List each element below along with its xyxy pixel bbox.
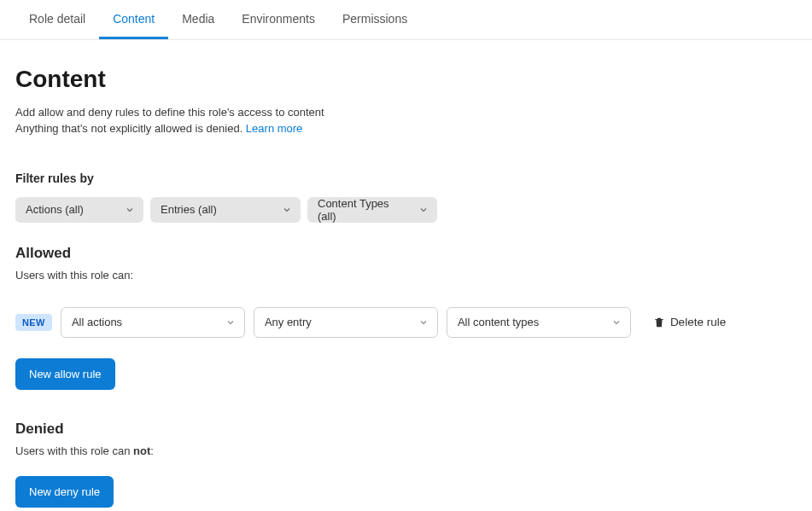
tab-media[interactable]: Media [168, 0, 228, 39]
trash-icon [653, 316, 665, 328]
rule-entry-select[interactable]: Any entry [254, 307, 438, 338]
learn-more-link[interactable]: Learn more [246, 122, 302, 135]
rule-entry-value: Any entry [265, 316, 312, 328]
chevron-down-icon [611, 317, 622, 328]
tab-environments[interactable]: Environments [228, 0, 329, 39]
desc-line-2: Anything that's not explicitly allowed i… [15, 121, 797, 137]
allow-rule-row: NEW All actions Any entry All content ty… [15, 307, 797, 338]
filter-entries-value: Entries (all) [161, 203, 217, 216]
filter-content-types-select[interactable]: Content Types (all) [307, 197, 437, 223]
tab-bar: Role detail Content Media Environments P… [0, 0, 812, 40]
rule-actions-value: All actions [72, 316, 122, 328]
tab-content[interactable]: Content [99, 0, 168, 39]
rule-content-types-select[interactable]: All content types [447, 307, 631, 338]
rule-actions-select[interactable]: All actions [61, 307, 245, 338]
filter-content-types-value: Content Types (all) [318, 197, 408, 223]
denied-subtext: Users with this role can not: [15, 444, 797, 457]
delete-rule-label: Delete rule [670, 316, 726, 328]
filter-label: Filter rules by [15, 171, 797, 185]
desc-line-2-text: Anything that's not explicitly allowed i… [15, 122, 246, 135]
delete-rule-button[interactable]: Delete rule [653, 316, 726, 328]
chevron-down-icon [418, 317, 429, 328]
page-content: Content Add allow and deny rules to defi… [0, 40, 812, 511]
new-allow-rule-button[interactable]: New allow rule [15, 358, 115, 390]
chevron-down-icon [225, 317, 236, 328]
chevron-down-icon [125, 205, 135, 215]
new-badge: NEW [15, 314, 52, 331]
filter-actions-select[interactable]: Actions (all) [15, 197, 143, 223]
denied-subtext-bold: not [133, 444, 150, 457]
chevron-down-icon [418, 205, 429, 215]
denied-subtext-prefix: Users with this role can [15, 444, 133, 457]
allowed-title: Allowed [15, 245, 797, 262]
filter-entries-select[interactable]: Entries (all) [150, 197, 301, 223]
desc-line-1: Add allow and deny rules to define this … [15, 105, 797, 121]
tab-role-detail[interactable]: Role detail [15, 0, 99, 39]
allowed-subtext: Users with this role can: [15, 269, 797, 282]
filter-row: Actions (all) Entries (all) Content Type… [15, 197, 797, 223]
page-description: Add allow and deny rules to define this … [15, 105, 797, 137]
rule-content-types-value: All content types [458, 316, 539, 328]
denied-subtext-suffix: : [150, 444, 154, 457]
page-title: Content [15, 66, 797, 93]
denied-title: Denied [15, 421, 797, 438]
chevron-down-icon [282, 205, 292, 215]
new-deny-rule-button[interactable]: New deny rule [15, 476, 114, 508]
filter-actions-value: Actions (all) [26, 203, 84, 216]
tab-permissions[interactable]: Permissions [329, 0, 421, 39]
